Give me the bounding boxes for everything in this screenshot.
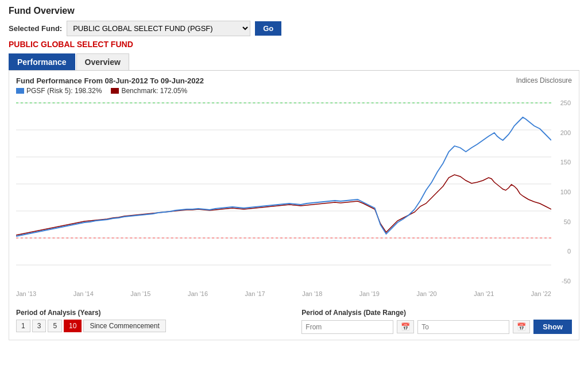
from-date-input[interactable] <box>301 320 393 334</box>
fund-label: Selected Fund: <box>9 24 62 33</box>
period-years-label: Period of Analysis (Years) <box>16 309 284 317</box>
chart-legend: PGSF (Risk 5): 198.32% Benchmark: 172.05… <box>16 87 204 95</box>
period-3yr-button[interactable]: 3 <box>32 320 47 332</box>
period-date-section: Period of Analysis (Date Range) 📅 📅 Show <box>301 309 572 334</box>
indices-disclosure-link[interactable]: Indices Disclosure <box>516 76 572 84</box>
pgsf-swatch <box>16 88 24 94</box>
chart-title: Fund Performance From 08-Jun-2012 To 09-… <box>16 76 204 85</box>
show-button[interactable]: Show <box>533 320 572 334</box>
period-1yr-button[interactable]: 1 <box>16 320 30 332</box>
tab-bar: Performance Overview <box>9 53 579 71</box>
period-row: Period of Analysis (Years) 1 3 5 10 Sinc… <box>16 303 572 334</box>
chart-container: Fund Performance From 08-Jun-2012 To 09-… <box>9 71 579 340</box>
pgsf-line <box>16 117 551 236</box>
tab-performance[interactable]: Performance <box>9 53 75 70</box>
to-calendar-button[interactable]: 📅 <box>513 320 530 333</box>
period-5yr-button[interactable]: 5 <box>48 320 62 332</box>
x-axis: Jan '13 Jan '14 Jan '15 Jan '16 Jan '17 … <box>16 289 551 297</box>
period-10yr-button[interactable]: 10 <box>64 320 82 332</box>
legend-pgsf: PGSF (Risk 5): 198.32% <box>16 87 102 95</box>
legend-benchmark: Benchmark: 172.05% <box>111 87 187 95</box>
period-years-section: Period of Analysis (Years) 1 3 5 10 Sinc… <box>16 309 284 334</box>
date-range-row: 📅 📅 Show <box>301 320 572 334</box>
y-axis: 250 200 150 100 50 0 -50 <box>551 97 572 287</box>
benchmark-label: Benchmark: 172.05% <box>121 87 187 95</box>
fund-name: PUBLIC GLOBAL SELECT FUND <box>9 40 579 49</box>
fund-select[interactable]: PUBLIC GLOBAL SELECT FUND (PGSF) <box>67 21 250 36</box>
period-since-commencement-button[interactable]: Since Commencement <box>83 320 165 332</box>
chart-area: 250 200 150 100 50 0 -50 <box>16 97 572 287</box>
chart-svg <box>16 97 551 287</box>
go-button[interactable]: Go <box>255 21 281 36</box>
period-year-buttons: 1 3 5 10 Since Commencement <box>16 320 284 332</box>
period-date-label: Period of Analysis (Date Range) <box>301 309 572 317</box>
fund-selector: Selected Fund: PUBLIC GLOBAL SELECT FUND… <box>9 21 579 36</box>
chart-header: Fund Performance From 08-Jun-2012 To 09-… <box>16 76 572 95</box>
pgsf-label: PGSF (Risk 5): 198.32% <box>26 87 102 95</box>
page-title: Fund Overview <box>9 6 579 16</box>
to-date-input[interactable] <box>417 320 509 334</box>
benchmark-swatch <box>111 88 119 94</box>
from-calendar-button[interactable]: 📅 <box>397 320 414 333</box>
tab-overview[interactable]: Overview <box>76 53 129 70</box>
